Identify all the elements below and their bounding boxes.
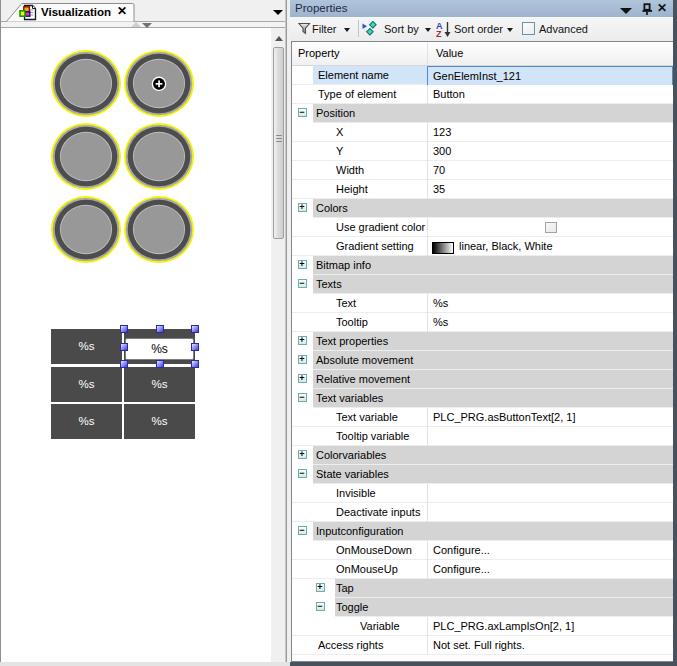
svg-text:Z: Z — [436, 29, 442, 38]
